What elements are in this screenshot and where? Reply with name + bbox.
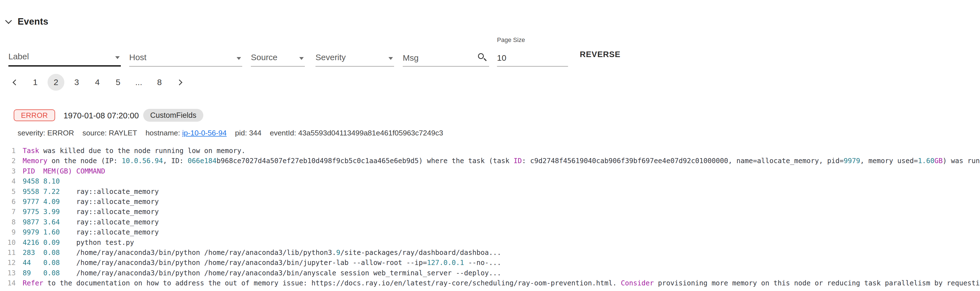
- event-meta: severity: ERRORsource: RAYLEThostname: i…: [18, 129, 443, 137]
- chevron-down-icon: [299, 57, 304, 60]
- chevron-down-icon: [5, 17, 12, 24]
- line-number: 9: [0, 227, 16, 237]
- log-line-8: 89877 3.64 ray::allocate_memory: [0, 217, 980, 227]
- chevron-down-icon: [115, 56, 120, 59]
- log-line-text: Refer to the documentation on how to add…: [23, 278, 980, 288]
- log-line-text: 9458 8.10: [23, 176, 60, 186]
- pagination-next-button[interactable]: [172, 74, 188, 91]
- log-line-text: 9777 4.09 ray::allocate_memory: [23, 197, 159, 207]
- log-line-6: 69777 4.09 ray::allocate_memory: [0, 197, 980, 207]
- line-number: 13: [0, 268, 16, 278]
- log-line-11: 11283 0.08 /home/ray/anaconda3/bin/pytho…: [0, 248, 980, 258]
- line-number: 14: [0, 278, 16, 288]
- search-lens: [478, 53, 484, 59]
- log-line-text: 9775 3.99 ray::allocate_memory: [23, 207, 159, 217]
- log-line-2: 2Memory on the node (IP: 10.0.56.94, ID:…: [0, 156, 980, 166]
- line-number: 7: [0, 207, 16, 217]
- line-number: 10: [0, 238, 16, 248]
- log-line-text: 4216 0.09 python test.py: [23, 238, 134, 248]
- events-page: Events Label Host Source Severity Page S…: [0, 0, 980, 291]
- log-line-4: 49458 8.10: [0, 176, 980, 186]
- line-number: 8: [0, 217, 16, 227]
- pagination-page-5[interactable]: 5: [110, 74, 126, 91]
- line-number: 6: [0, 197, 16, 207]
- log-line-text: Task was killed due to the node running …: [23, 146, 245, 156]
- search-icon[interactable]: [478, 52, 487, 63]
- log-line-text: PID MEM(GB) COMMAND: [23, 166, 105, 176]
- hostname-link[interactable]: ip-10-0-56-94: [182, 129, 226, 137]
- pagination-prev-button[interactable]: [6, 74, 23, 91]
- page-title: Events: [18, 16, 48, 27]
- chevron-left-icon: [12, 79, 18, 85]
- event-header-row: ERROR 1970-01-08 07:20:00 CustomFields: [0, 108, 980, 122]
- log-line-text: 9877 3.64 ray::allocate_memory: [23, 217, 159, 227]
- line-number: 12: [0, 258, 16, 268]
- log-line-9: 99979 1.60 ray::allocate_memory: [0, 227, 980, 237]
- chevron-right-icon: [176, 79, 182, 85]
- page-size-field: Page Size: [497, 37, 568, 67]
- page-size-input[interactable]: [497, 53, 568, 66]
- log-line-14: 14Refer to the documentation on how to a…: [0, 278, 980, 288]
- severity-filter-select[interactable]: Severity: [315, 43, 394, 67]
- severity-filter-placeholder: Severity: [315, 52, 346, 62]
- source-filter-placeholder: Source: [251, 52, 277, 62]
- log-line-text: Memory on the node (IP: 10.0.56.94, ID: …: [23, 156, 980, 166]
- pagination-page-4[interactable]: 4: [89, 74, 106, 91]
- line-number: 5: [0, 187, 16, 197]
- log-line-text: 44 0.08 /home/ray/anaconda3/bin/python /…: [23, 258, 501, 268]
- meta-source: source: RAYLET: [83, 129, 137, 137]
- reverse-button[interactable]: REVERSE: [580, 50, 620, 59]
- page-size-label: Page Size: [497, 37, 525, 44]
- line-number: 11: [0, 248, 16, 258]
- log-line-3: 3PID MEM(GB) COMMAND: [0, 166, 980, 176]
- pagination-ellipsis: ...: [130, 74, 147, 91]
- line-number: 2: [0, 156, 16, 166]
- custom-fields-chip[interactable]: CustomFields: [143, 109, 203, 122]
- meta-eventId: eventId: 43a5593d04113499a81e461f05963c7…: [270, 129, 443, 137]
- meta-severity: severity: ERROR: [18, 129, 74, 137]
- line-number: 4: [0, 176, 16, 186]
- log-line-1: 1Task was killed due to the node running…: [0, 146, 980, 156]
- log-line-7: 79775 3.99 ray::allocate_memory: [0, 207, 980, 217]
- log-line-10: 104216 0.09 python test.py: [0, 238, 980, 248]
- host-filter-select[interactable]: Host: [129, 43, 242, 67]
- pagination-page-1[interactable]: 1: [27, 74, 44, 91]
- log-viewer: 1Task was killed due to the node running…: [0, 146, 980, 288]
- pagination-page-2[interactable]: 2: [48, 74, 64, 91]
- msg-filter-field: [403, 43, 489, 67]
- label-filter-placeholder: Label: [8, 52, 29, 61]
- pagination-page-8[interactable]: 8: [151, 74, 168, 91]
- log-line-5: 59558 7.22 ray::allocate_memory: [0, 187, 980, 197]
- search-handle: [483, 58, 487, 61]
- log-line-13: 1389 0.08 /home/ray/anaconda3/bin/python…: [0, 268, 980, 278]
- pagination: 12345...8: [6, 74, 188, 91]
- log-line-text: 89 0.08 /home/ray/anaconda3/bin/python /…: [23, 268, 501, 278]
- log-line-text: 9558 7.22 ray::allocate_memory: [23, 187, 159, 197]
- meta-pid: pid: 344: [235, 129, 261, 137]
- chevron-down-icon: [388, 57, 393, 60]
- event-timestamp: 1970-01-08 07:20:00: [64, 111, 139, 120]
- status-badge: ERROR: [14, 110, 55, 121]
- log-line-12: 1244 0.08 /home/ray/anaconda3/bin/python…: [0, 258, 980, 268]
- label-filter-select[interactable]: Label: [8, 43, 121, 67]
- events-section-header[interactable]: Events: [6, 16, 48, 27]
- chevron-down-icon: [237, 57, 241, 60]
- log-line-text: 9979 1.60 ray::allocate_memory: [23, 227, 159, 237]
- meta-hostname: hostname: ip-10-0-56-94: [145, 129, 226, 137]
- pagination-page-3[interactable]: 3: [68, 74, 85, 91]
- msg-search-input[interactable]: [403, 53, 489, 66]
- source-filter-select[interactable]: Source: [251, 43, 305, 67]
- line-number: 3: [0, 166, 16, 176]
- log-line-text: 283 0.08 /home/ray/anaconda3/bin/python …: [23, 248, 501, 258]
- host-filter-placeholder: Host: [129, 52, 146, 62]
- line-number: 1: [0, 146, 16, 156]
